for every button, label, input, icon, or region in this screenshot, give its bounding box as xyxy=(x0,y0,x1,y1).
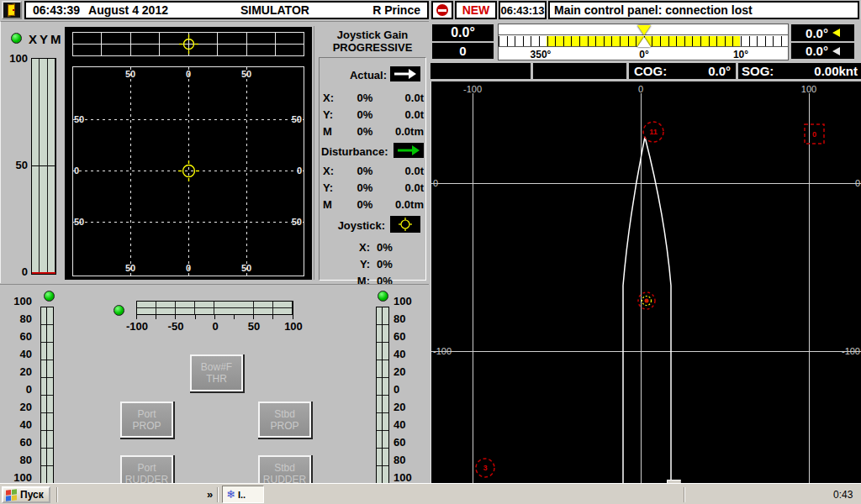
rgauge-label-7: 40 xyxy=(394,419,405,430)
actual-label: Actual: xyxy=(320,69,387,81)
app-title: SIMULATOR xyxy=(240,3,309,17)
plot-right-label-1: 0 xyxy=(285,165,302,176)
port-rudder-button[interactable]: Port RUDDER xyxy=(120,455,173,483)
xym-status-led xyxy=(11,33,22,44)
alarm-time: 06:43:13 xyxy=(500,4,544,17)
rgauge-label-3: 40 xyxy=(394,349,405,360)
rgauge-label-6: 20 xyxy=(394,402,405,412)
simulator-screen: { "titlebar": { "time": "06:43:39", "dat… xyxy=(0,0,861,504)
bow-thruster-led xyxy=(114,305,124,316)
actual-vector-box xyxy=(390,66,420,81)
joystick-plot-grid xyxy=(65,27,312,280)
tray-divider xyxy=(684,487,685,502)
lgauge-label-3: 40 xyxy=(7,349,32,360)
stbd-rudder-button[interactable]: Stbd RUDDER xyxy=(258,455,311,483)
rgauge-label-1: 80 xyxy=(394,313,405,324)
plot-bottom-label-2: 50 xyxy=(230,263,263,273)
plot-right-label-2: 50 xyxy=(285,217,302,227)
disturbance-vector-box xyxy=(394,143,424,158)
joystick-y-axis: Y: xyxy=(345,258,370,270)
quick-launch-chevron[interactable]: » xyxy=(207,488,213,501)
position-plot-grid xyxy=(431,81,861,483)
app-icon[interactable] xyxy=(2,1,22,19)
cog-display: COG: 0.0° xyxy=(629,63,736,79)
heading-aux-value: 0 xyxy=(459,44,466,58)
plot-x-label-m100: -100 xyxy=(452,84,493,94)
disturbance-arrow-icon xyxy=(396,144,421,156)
joystick-gain-title: Joystick Gain xyxy=(315,29,430,41)
plot-ym100-right: -100 xyxy=(837,346,860,356)
disturbance-m-axis: M xyxy=(323,198,341,211)
rot-bottom-value: 0.0° xyxy=(806,44,828,58)
hgauge-label-4: 100 xyxy=(275,321,312,332)
hgauge-label-2: 0 xyxy=(197,321,234,332)
ruler-scale-label-350: 350° xyxy=(520,49,561,60)
plot-y0-left: 0 xyxy=(433,178,438,188)
plot-top-label-1: 0 xyxy=(172,69,205,79)
lgauge-label-1: 80 xyxy=(7,313,32,324)
actual-x-axis: X: xyxy=(323,92,341,104)
rgauge-label-2: 60 xyxy=(394,331,405,342)
actual-m-force: 0.0tm xyxy=(378,125,424,138)
ship-outline xyxy=(623,137,671,483)
plot-left-label-0: 50 xyxy=(74,114,92,124)
alarm-stop-box[interactable] xyxy=(431,1,453,19)
joystick-gain-panel: Joystick Gain PROGRESSIVE Actual: X: 0% … xyxy=(315,22,430,284)
marker-right-id: 0 xyxy=(805,130,824,139)
start-button[interactable]: Пуск xyxy=(2,486,50,503)
hgauge-label-3: 50 xyxy=(235,321,272,332)
stbd-thruster-gauge xyxy=(376,307,389,483)
stbd-thruster-led xyxy=(378,291,388,302)
rgauge-label-10: 100 xyxy=(394,472,412,483)
joystick-y-pct: 0% xyxy=(377,258,407,270)
joystick-marker-box xyxy=(390,216,420,233)
actual-y-pct: 0% xyxy=(348,108,382,121)
hgauge-label-1: -50 xyxy=(157,321,194,332)
taskbar-divider-2 xyxy=(217,487,219,502)
rot-display-bottom: 0.0° xyxy=(791,43,854,59)
joystick-x-axis: X: xyxy=(345,241,370,254)
xym-gauge-zero-mark xyxy=(32,272,55,274)
lgauge-label-0: 100 xyxy=(7,296,32,307)
plot-top-label-0: 50 xyxy=(114,69,147,79)
clock-time: 06:43:39 xyxy=(33,3,80,17)
port-thruster-led xyxy=(44,291,55,302)
alarm-message-box[interactable]: Main control panel: connection lost xyxy=(548,1,859,19)
plot-left-label-2: 50 xyxy=(74,217,92,227)
task-button-simulator[interactable]: ❄ I.. xyxy=(222,486,264,503)
lgauge-label-8: 60 xyxy=(7,437,32,448)
plot-x-label-100: 100 xyxy=(789,84,829,94)
alarm-time-box: 06:43:13 xyxy=(499,1,547,19)
hgauge-label-0: -100 xyxy=(119,321,156,332)
start-label: Пуск xyxy=(20,489,44,501)
compass-ruler[interactable]: 350° 0° 10° xyxy=(498,24,789,60)
sog-value: 0.00knt xyxy=(814,64,858,78)
position-plot[interactable]: -100 0 100 0 0 -100 -100 11 0 3 xyxy=(430,81,861,483)
stbd-prop-button[interactable]: Stbd PROP xyxy=(258,402,311,438)
panel-divider xyxy=(314,26,314,280)
disturbance-x-axis: X: xyxy=(323,165,341,177)
xym-gauge-label-100: 100 xyxy=(3,53,28,64)
rgauge-label-5: 0 xyxy=(394,384,399,395)
heading-pointer-top-icon xyxy=(637,25,651,35)
windows-logo-icon xyxy=(6,489,17,501)
user-name: R Prince xyxy=(372,3,420,17)
alarm-new-label: NEW xyxy=(462,3,490,17)
actual-y-force: 0.0t xyxy=(378,108,424,121)
plot-bottom-label-0: 50 xyxy=(114,263,147,273)
port-prop-button[interactable]: Port PROP xyxy=(120,402,173,438)
alarm-new-box[interactable]: NEW xyxy=(455,1,497,19)
disturbance-y-force: 0.0t xyxy=(378,181,424,194)
plot-bottom-label-1: 0 xyxy=(172,263,205,273)
lgauge-label-7: 40 xyxy=(7,419,32,430)
rot-display-top: 0.0° xyxy=(791,24,854,41)
tray-clock[interactable]: 0:43 xyxy=(833,489,858,501)
xym-gauge-bar xyxy=(31,58,56,275)
xym-gauge-label-50: 50 xyxy=(3,160,28,171)
rot-top-pointer-icon xyxy=(832,29,840,37)
joystick-label: Joystick: xyxy=(320,219,385,232)
joystick-gain-mode: PROGRESSIVE xyxy=(315,41,430,54)
bow-gauge-ticks xyxy=(136,315,293,319)
bow-thruster-button[interactable]: Bow#F THR xyxy=(190,354,243,391)
blank-display-2 xyxy=(533,63,626,79)
